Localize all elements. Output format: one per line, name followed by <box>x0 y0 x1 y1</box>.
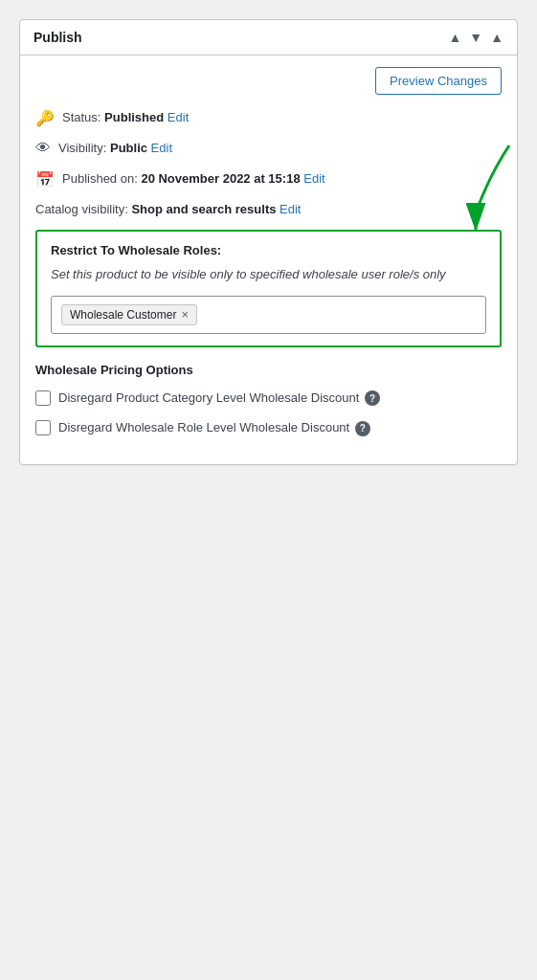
visibility-text: Visibility: Public Edit <box>58 139 172 158</box>
arrow-down-icon[interactable]: ▼ <box>469 30 482 45</box>
option1-help-icon[interactable]: ? <box>365 390 380 406</box>
visibility-row: 👁 Visibility: Public Edit <box>35 139 502 158</box>
panel-header: Publish ▲ ▼ ▲ <box>20 20 517 56</box>
status-row: 🔑 Status: Published Edit <box>35 108 502 127</box>
restrict-wholesale-box: Restrict To Wholesale Roles: Set this pr… <box>35 230 502 347</box>
published-edit-link[interactable]: Edit <box>303 171 324 186</box>
arrow-up-icon[interactable]: ▲ <box>448 30 461 45</box>
option1-checkbox[interactable] <box>35 390 51 406</box>
catalog-visibility-row: Catalog visibility: Shop and search resu… <box>35 200 502 219</box>
catalog-value: Shop and search results <box>131 202 276 216</box>
collapse-icon[interactable]: ▲ <box>490 30 503 45</box>
preview-btn-row: Preview Changes <box>35 67 502 95</box>
wholesale-pricing-title: Wholesale Pricing Options <box>35 363 502 377</box>
visibility-edit-link[interactable]: Edit <box>151 141 172 155</box>
restrict-description: Set this product to be visible only to s… <box>51 265 486 284</box>
published-text: Published on: 20 November 2022 at 15:18 … <box>62 169 325 189</box>
published-label: Published on: <box>62 171 138 186</box>
wholesale-customer-tag: Wholesale Customer × <box>61 304 197 325</box>
option2-checkbox[interactable] <box>35 420 51 435</box>
panel-body: Preview Changes 🔑 Status: Published Edit… <box>20 56 517 464</box>
published-value: 20 November 2022 at 15:18 <box>141 171 300 186</box>
catalog-edit-link[interactable]: Edit <box>280 202 301 216</box>
option2-label: Disregard Wholesale Role Level Wholesale… <box>58 418 370 437</box>
panel-title: Publish <box>34 30 82 45</box>
visibility-label: Visibility: <box>58 141 106 155</box>
status-text: Status: Published Edit <box>62 108 189 127</box>
status-label: Status: <box>62 110 101 124</box>
wholesale-roles-input[interactable]: Wholesale Customer × <box>51 296 486 334</box>
restrict-title: Restrict To Wholesale Roles: <box>51 243 486 257</box>
header-controls: ▲ ▼ ▲ <box>448 30 503 45</box>
publish-panel: Publish ▲ ▼ ▲ Preview Changes 🔑 Status: … <box>19 19 518 465</box>
tag-remove-button[interactable]: × <box>181 308 189 321</box>
visibility-value: Public <box>110 141 147 155</box>
preview-changes-button[interactable]: Preview Changes <box>375 67 502 95</box>
option2-row: Disregard Wholesale Role Level Wholesale… <box>35 418 502 437</box>
eye-icon: 👁 <box>35 140 51 157</box>
option1-label: Disregard Product Category Level Wholesa… <box>58 389 380 408</box>
status-value: Published <box>104 110 164 124</box>
green-arrow-annotation <box>442 136 519 251</box>
key-icon: 🔑 <box>35 109 55 127</box>
tag-label: Wholesale Customer <box>70 308 176 322</box>
catalog-text: Catalog visibility: Shop and search resu… <box>35 200 301 219</box>
option2-help-icon[interactable]: ? <box>355 421 370 436</box>
published-row: 📅 Published on: 20 November 2022 at 15:1… <box>35 169 502 189</box>
option1-row: Disregard Product Category Level Wholesa… <box>35 389 502 408</box>
status-edit-link[interactable]: Edit <box>168 110 189 124</box>
catalog-label: Catalog visibility: <box>35 202 128 216</box>
calendar-icon: 📅 <box>35 170 55 189</box>
